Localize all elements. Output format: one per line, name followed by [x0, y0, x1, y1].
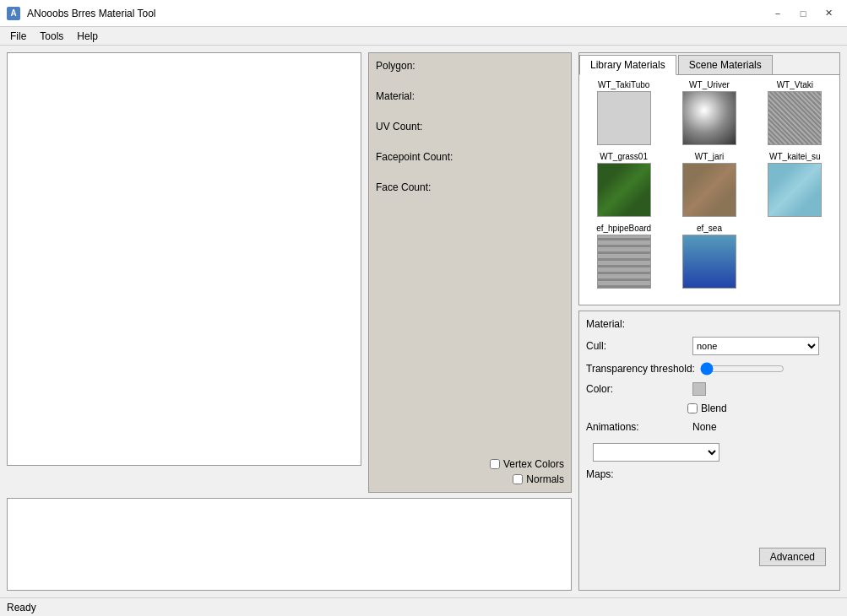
blend-label: Blend — [701, 403, 727, 414]
material-item[interactable]: WT_jari — [668, 150, 750, 219]
menu-bar: File Tools Help — [0, 27, 847, 46]
material-item-thumb — [768, 91, 822, 145]
material-item[interactable]: WT_kaitei_su — [754, 150, 836, 219]
blend-checkbox[interactable] — [687, 403, 698, 413]
material-item[interactable]: WT_grass01 — [583, 150, 665, 219]
facepoint-count-row: Facepoint Count: — [376, 151, 564, 165]
material-item-thumb — [682, 235, 736, 289]
animations-label: Animations: — [586, 421, 687, 433]
title-bar: A ANooobs Brres Material Tool − □ ✕ — [0, 0, 847, 27]
status-bar: Ready — [0, 597, 847, 616]
color-row: Color: — [586, 382, 833, 396]
menu-tools[interactable]: Tools — [33, 29, 70, 44]
title-controls: − □ ✕ — [766, 4, 840, 23]
cull-row: Cull: noneinsideoutside — [586, 337, 833, 355]
animations-dropdown[interactable] — [593, 443, 719, 462]
tab-scene[interactable]: Scene Materials — [678, 55, 773, 74]
normals-label: Normals — [526, 473, 564, 485]
menu-file[interactable]: File — [3, 29, 33, 44]
material-row: Material: — [376, 90, 564, 104]
main-content: Polygon: Material: UV Count: Facepoint C… — [0, 46, 847, 597]
material-item[interactable]: ef_sea — [668, 222, 750, 290]
log-area — [7, 498, 572, 591]
animations-value: None — [692, 421, 717, 433]
status-text: Ready — [7, 602, 36, 613]
mesh-viewport — [7, 52, 361, 466]
title-bar-left: A ANooobs Brres Material Tool — [7, 7, 156, 20]
uv-count-label: UV Count: — [376, 121, 564, 132]
advanced-button[interactable]: Advanced — [759, 548, 826, 566]
material-item-thumb — [597, 163, 651, 217]
app-title: ANooobs Brres Material Tool — [27, 8, 156, 19]
material-item[interactable]: WT_Uriver — [668, 78, 750, 147]
material-item-name: ef_hpipeBoard — [596, 224, 651, 233]
blend-row: Blend — [586, 403, 833, 414]
vertex-colors-item: Vertex Colors — [490, 458, 564, 470]
material-grid-container: WT_TakiTuboWT_UriverWT_VtakiWT_grass01WT… — [579, 75, 839, 305]
maps-label: Maps: — [586, 468, 687, 480]
normals-checkbox[interactable] — [513, 474, 523, 484]
vertex-colors-checkbox[interactable] — [490, 459, 500, 469]
material-item-name: WT_Uriver — [689, 80, 730, 89]
material-item-name: ef_sea — [697, 224, 722, 233]
polygon-label: Polygon: — [376, 60, 564, 72]
facepoint-count-label: Facepoint Count: — [376, 151, 564, 163]
minimize-button[interactable]: − — [766, 4, 790, 23]
material-item-name: WT_Vtaki — [777, 80, 813, 89]
transparency-slider[interactable] — [700, 362, 785, 376]
material-grid: WT_TakiTuboWT_UriverWT_VtakiWT_grass01WT… — [583, 78, 836, 290]
material-item-thumb — [597, 235, 651, 289]
uv-count-row: UV Count: — [376, 121, 564, 134]
transparency-row: Transparency threshold: — [586, 362, 833, 376]
mesh-area: Polygon: Material: UV Count: Facepoint C… — [7, 52, 572, 493]
material-item[interactable]: ef_hpipeBoard — [583, 222, 665, 290]
material-name-label: Material: — [586, 318, 687, 330]
mesh-properties: Polygon: Material: UV Count: Facepoint C… — [368, 52, 572, 493]
polygon-row: Polygon: — [376, 60, 564, 73]
material-item-name: WT_TakiTubo — [598, 80, 649, 89]
material-item-name: WT_grass01 — [600, 152, 648, 161]
material-name-row: Material: — [586, 318, 833, 330]
transparency-slider-container — [700, 362, 785, 376]
close-button[interactable]: ✕ — [817, 4, 840, 23]
material-item[interactable]: WT_Vtaki — [754, 78, 836, 147]
material-item-thumb — [682, 91, 736, 145]
mat-props-panel: Material: Cull: noneinsideoutside Transp… — [578, 311, 840, 591]
material-item-thumb — [768, 163, 822, 217]
cull-select[interactable]: noneinsideoutside — [692, 337, 819, 355]
tabs-header: Library Materials Scene Materials — [579, 53, 839, 75]
right-panel: Library Materials Scene Materials WT_Tak… — [578, 52, 840, 591]
material-item-name: WT_kaitei_su — [769, 152, 821, 161]
checkboxes-row: Vertex Colors Normals — [376, 458, 564, 485]
color-swatch[interactable] — [692, 382, 706, 396]
maximize-button[interactable]: □ — [791, 4, 815, 23]
material-item[interactable]: WT_TakiTubo — [583, 78, 665, 147]
menu-help[interactable]: Help — [70, 29, 105, 44]
normals-item: Normals — [513, 473, 564, 485]
app-icon: A — [7, 7, 20, 20]
material-item-name: WT_jari — [695, 152, 724, 161]
cull-label: Cull: — [586, 340, 687, 352]
vertex-colors-label: Vertex Colors — [503, 458, 564, 470]
material-item-thumb — [682, 163, 736, 217]
animations-row: Animations: None — [586, 421, 833, 433]
transparency-label: Transparency threshold: — [586, 363, 695, 375]
tab-library[interactable]: Library Materials — [579, 55, 676, 75]
material-item-thumb — [597, 91, 651, 145]
material-label: Material: — [376, 90, 564, 102]
color-label: Color: — [586, 383, 687, 395]
face-count-label: Face Count: — [376, 181, 564, 193]
maps-row: Maps: — [586, 468, 833, 480]
material-tabs-panel: Library Materials Scene Materials WT_Tak… — [578, 52, 840, 305]
face-count-row: Face Count: — [376, 181, 564, 195]
left-panel: Polygon: Material: UV Count: Facepoint C… — [7, 52, 572, 591]
